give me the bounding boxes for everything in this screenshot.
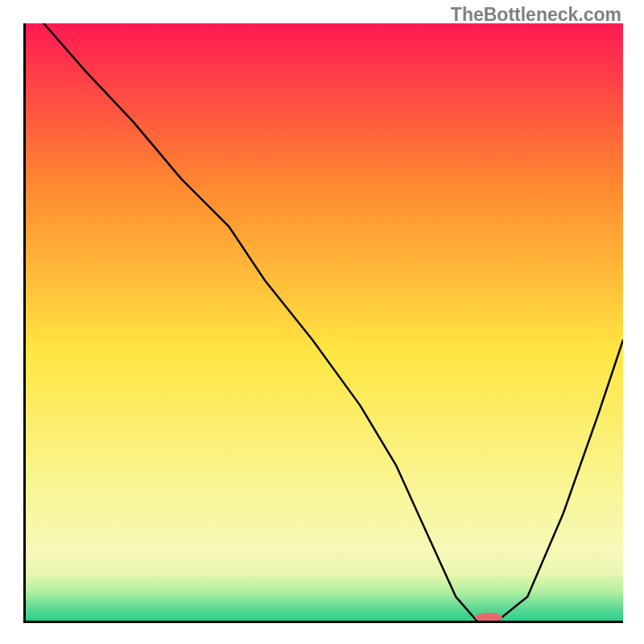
watermark-text: TheBottleneck.com xyxy=(451,4,621,26)
bottleneck-chart xyxy=(26,23,623,621)
chart-plot-area xyxy=(23,23,623,623)
gradient-background xyxy=(26,23,623,621)
